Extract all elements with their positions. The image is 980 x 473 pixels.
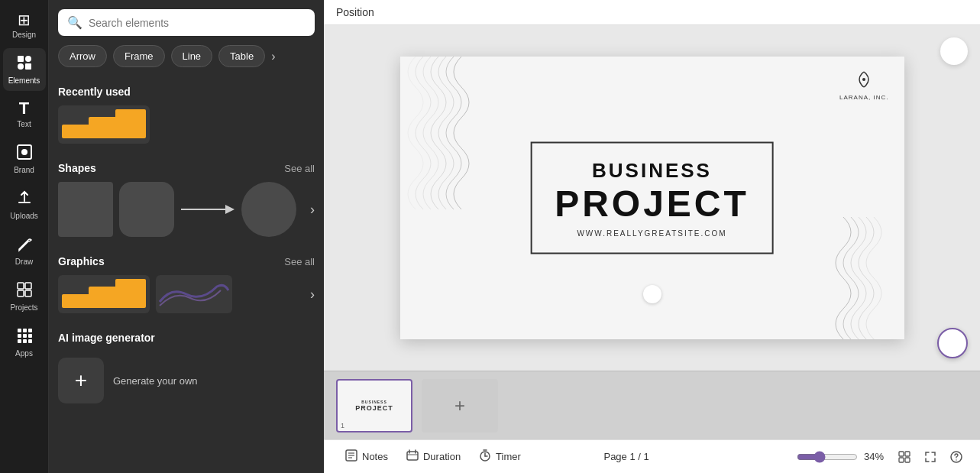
svg-rect-6 [18, 283, 24, 289]
ai-generator-title: AI image generator [58, 332, 155, 344]
grid-view-button[interactable] [893, 445, 916, 468]
sidebar-item-design-label: Design [12, 31, 36, 39]
collapse-strip-button[interactable]: ▼ [643, 285, 661, 303]
zoom-control: 34% [797, 451, 884, 463]
svg-rect-0 [18, 56, 24, 62]
svg-rect-2 [18, 63, 24, 70]
thumbnail-strip: BUSINESS PROJECT 1 + [324, 371, 980, 439]
timer-button[interactable]: Timer [470, 445, 530, 468]
notes-label: Notes [362, 451, 388, 462]
ai-generator-row: + Generate your own [58, 358, 315, 403]
apps-icon [16, 327, 33, 346]
shape-arrow[interactable] [180, 182, 235, 237]
zoom-slider[interactable] [797, 451, 858, 463]
refresh-button[interactable]: ↻ [940, 37, 968, 65]
view-buttons [893, 445, 968, 468]
svg-rect-1 [25, 56, 31, 62]
sidebar-item-apps[interactable]: Apps [3, 321, 46, 364]
notes-button[interactable]: Notes [336, 445, 397, 468]
elements-icon [16, 54, 33, 73]
shape-square[interactable] [58, 182, 113, 237]
graphics-item-2[interactable] [156, 275, 232, 313]
recently-used-header: Recently used [58, 86, 315, 98]
add-slide-icon: + [454, 395, 465, 416]
svg-rect-14 [23, 334, 27, 338]
left-sidebar: ⊞ Design Elements T Text Brand [0, 0, 49, 473]
svg-point-45 [956, 459, 956, 460]
svg-rect-11 [23, 329, 27, 332]
sidebar-item-uploads-label: Uploads [10, 212, 38, 220]
wavy-decoration-left [400, 57, 507, 209]
sidebar-item-text[interactable]: T Text [3, 94, 46, 134]
svg-marker-23 [225, 205, 234, 214]
draw-icon [16, 235, 33, 254]
svg-rect-20 [89, 117, 119, 138]
thumbnail-number-1: 1 [341, 422, 344, 429]
slide-thumbnail-1[interactable]: BUSINESS PROJECT 1 [336, 379, 412, 433]
tag-frame[interactable]: Frame [113, 45, 165, 67]
position-label: Position [336, 6, 374, 18]
timer-label: Timer [496, 451, 521, 462]
tag-table[interactable]: Table [218, 45, 265, 67]
svg-rect-7 [25, 283, 31, 289]
svg-rect-24 [62, 294, 92, 308]
fullscreen-button[interactable] [919, 445, 942, 468]
wavy-decoration-right [813, 217, 904, 339]
tag-arrow[interactable]: Arrow [58, 45, 107, 67]
sidebar-item-projects[interactable]: Projects [3, 275, 46, 318]
sidebar-item-brand-label: Brand [14, 166, 34, 174]
graphics-see-all[interactable]: See all [284, 256, 315, 267]
search-input[interactable] [89, 17, 306, 29]
uploads-icon [16, 190, 33, 209]
search-icon: 🔍 [67, 15, 82, 30]
graphics-header: Graphics See all [58, 255, 315, 267]
duration-label: Duration [423, 451, 461, 462]
sidebar-item-text-label: Text [17, 120, 31, 128]
bottom-toolbar: Notes Duration [324, 439, 980, 473]
graphics-scroll-right-icon[interactable]: › [310, 287, 315, 303]
graphics-row: › [58, 275, 315, 313]
shapes-scroll-right-icon[interactable]: › [310, 202, 315, 218]
svg-rect-42 [899, 458, 904, 462]
slide-text-box[interactable]: BUSINESS PROJECT WWW.REALLYGREATSITE.COM [530, 142, 774, 254]
tags-scroll-right-icon[interactable]: › [271, 50, 275, 63]
ai-generate-button[interactable]: + [58, 358, 104, 403]
recently-used-item-1[interactable] [58, 105, 150, 144]
canvas-logo: LARANA, INC. [839, 69, 888, 101]
shapes-header: Shapes See all [58, 162, 315, 174]
shape-rounded-rect[interactable] [119, 182, 174, 237]
position-bar: Position [324, 0, 980, 25]
shapes-title: Shapes [58, 162, 96, 174]
sidebar-item-draw[interactable]: Draw [3, 229, 46, 272]
sidebar-item-elements[interactable]: Elements [3, 48, 46, 91]
canvas-area: ↻ LARANA, INC. [324, 25, 980, 371]
svg-rect-26 [115, 279, 146, 308]
sidebar-item-uploads[interactable]: Uploads [3, 183, 46, 226]
slide-business-text: BUSINESS [555, 159, 749, 183]
ai-generator-header: AI image generator [58, 332, 315, 344]
tag-line[interactable]: Line [171, 45, 213, 67]
sidebar-item-projects-label: Projects [10, 303, 37, 312]
logo-icon [839, 69, 888, 94]
design-icon: ⊞ [18, 12, 31, 28]
projects-icon [16, 281, 33, 300]
help-button[interactable] [945, 445, 968, 468]
sidebar-item-elements-label: Elements [8, 76, 40, 85]
refresh-icon: ↻ [949, 44, 959, 59]
add-slide-button[interactable]: + [422, 379, 498, 433]
sidebar-item-design[interactable]: ⊞ Design [3, 6, 46, 45]
shapes-see-all[interactable]: See all [284, 163, 315, 174]
shape-circle[interactable] [241, 182, 296, 237]
ai-generate-label: Generate your own [113, 375, 198, 387]
brand-icon [16, 144, 33, 163]
graphics-title: Graphics [58, 255, 105, 267]
main-area: Position ↻ LARANA, INC. [324, 0, 980, 473]
duration-button[interactable]: Duration [397, 445, 470, 468]
svg-rect-10 [18, 329, 21, 332]
sidebar-item-brand[interactable]: Brand [3, 138, 46, 180]
magic-button[interactable]: ✦ [937, 328, 968, 358]
page-info-text: Page 1 / 1 [603, 451, 648, 462]
search-bar[interactable]: 🔍 [58, 9, 315, 36]
svg-point-5 [21, 149, 27, 155]
graphics-item-1[interactable] [58, 275, 150, 313]
